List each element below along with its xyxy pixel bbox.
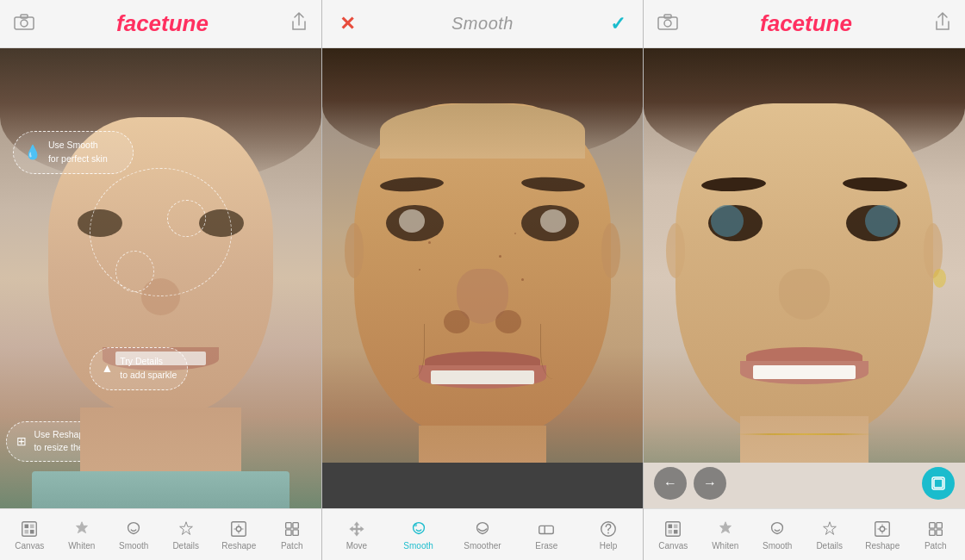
- svg-point-36: [880, 526, 885, 532]
- svg-marker-34: [823, 521, 836, 534]
- tool-smooth-label-middle: Smooth: [403, 541, 433, 551]
- svg-point-19: [414, 523, 417, 526]
- svg-rect-35: [875, 521, 890, 536]
- svg-point-23: [607, 532, 609, 533]
- svg-rect-33: [674, 529, 678, 533]
- tool-canvas-left[interactable]: Canvas: [8, 516, 51, 554]
- svg-rect-7: [30, 529, 34, 533]
- tool-smooth-middle[interactable]: Smooth: [397, 516, 440, 554]
- svg-rect-44: [937, 529, 942, 534]
- tool-patch-label-right: Patch: [925, 541, 947, 551]
- tool-patch-left[interactable]: Patch: [271, 516, 314, 554]
- smooth-title: Smooth: [451, 14, 514, 34]
- tool-reshape-label-right: Reshape: [865, 541, 900, 551]
- tool-whiten-left[interactable]: Whiten: [60, 516, 103, 554]
- right-toolbar: Canvas Whiten Smooth Details Reshape Pat…: [644, 508, 965, 560]
- share-icon-right[interactable]: [934, 11, 951, 36]
- left-panel: facetune: [0, 0, 321, 560]
- svg-rect-26: [664, 15, 671, 18]
- nav-back-button[interactable]: ←: [654, 467, 687, 500]
- tool-smooth-label-left: Smooth: [119, 541, 148, 551]
- svg-rect-30: [669, 524, 673, 528]
- svg-rect-2: [21, 15, 28, 18]
- svg-point-25: [664, 20, 671, 27]
- tool-smoother[interactable]: Smoother: [458, 516, 506, 554]
- middle-header: ✕ Smooth ✓: [322, 0, 643, 48]
- svg-rect-43: [929, 529, 934, 534]
- confirm-button[interactable]: ✓: [610, 13, 626, 35]
- svg-rect-29: [666, 521, 681, 536]
- svg-rect-5: [30, 524, 34, 528]
- svg-rect-17: [285, 529, 290, 534]
- tool-details-label-left: Details: [172, 541, 199, 551]
- smooth-annotation: 💧 Use Smooth for perfect skin: [13, 131, 134, 174]
- tool-erase-label: Erase: [535, 541, 557, 551]
- tool-patch-right[interactable]: Patch: [914, 516, 957, 554]
- svg-rect-31: [674, 524, 678, 528]
- tool-patch-label-left: Patch: [281, 541, 303, 551]
- tool-details-left[interactable]: Details: [165, 516, 208, 554]
- tool-canvas-label-right: Canvas: [658, 541, 688, 551]
- nav-forward-button[interactable]: →: [694, 467, 726, 500]
- svg-rect-3: [22, 521, 37, 536]
- svg-rect-24: [658, 17, 677, 29]
- tool-details-right[interactable]: Details: [808, 516, 851, 554]
- middle-toolbar: Move Smooth Smoother Erase Help: [322, 508, 643, 560]
- left-toolbar: Canvas Whiten Smooth Details Reshape Pat…: [0, 508, 321, 560]
- tool-whiten-label-right: Whiten: [712, 541, 738, 551]
- tool-canvas-right[interactable]: Canvas: [651, 516, 694, 554]
- svg-rect-6: [25, 529, 29, 533]
- tool-smooth-label-right: Smooth: [763, 541, 792, 551]
- cancel-button[interactable]: ✕: [339, 13, 355, 35]
- camera-icon-left[interactable]: [14, 13, 34, 34]
- layers-button[interactable]: [922, 467, 955, 500]
- svg-rect-20: [539, 526, 554, 533]
- tool-reshape-right[interactable]: Reshape: [860, 516, 905, 554]
- nav-arrows: ← →: [654, 467, 726, 500]
- svg-rect-9: [232, 521, 246, 536]
- svg-rect-16: [293, 522, 298, 527]
- tool-reshape-label-left: Reshape: [221, 541, 256, 551]
- left-header: facetune: [0, 0, 321, 48]
- right-photo: ← →: [644, 48, 965, 508]
- tool-whiten-right[interactable]: Whiten: [704, 516, 747, 554]
- middle-panel: ✕ Smooth ✓: [321, 0, 644, 560]
- svg-rect-0: [15, 17, 34, 29]
- share-icon-left[interactable]: [290, 11, 308, 36]
- tool-help[interactable]: Help: [587, 516, 630, 554]
- svg-rect-32: [669, 529, 673, 533]
- svg-point-10: [236, 526, 241, 532]
- middle-photo[interactable]: [322, 48, 643, 508]
- tool-help-label: Help: [600, 541, 618, 551]
- right-header: facetune: [644, 0, 965, 48]
- right-panel: facetune: [644, 0, 965, 560]
- details-annotation: ▲ Try Details to add sparkle: [90, 347, 188, 390]
- svg-rect-15: [285, 522, 290, 527]
- svg-rect-41: [929, 522, 934, 527]
- tool-smooth-right[interactable]: Smooth: [756, 516, 799, 554]
- tool-move-label: Move: [346, 541, 367, 551]
- camera-icon-right[interactable]: [657, 13, 678, 34]
- svg-rect-18: [293, 529, 298, 534]
- svg-rect-42: [937, 522, 942, 527]
- tool-move[interactable]: Move: [335, 516, 378, 554]
- tool-whiten-label-left: Whiten: [68, 541, 95, 551]
- svg-marker-8: [179, 521, 192, 534]
- tool-smoother-label: Smoother: [464, 541, 501, 551]
- svg-point-1: [21, 20, 28, 27]
- tool-smooth-left[interactable]: Smooth: [112, 516, 155, 554]
- tool-details-label-right: Details: [816, 541, 843, 551]
- logo-right: facetune: [760, 10, 852, 37]
- svg-rect-4: [25, 524, 29, 528]
- left-photo: 💧 Use Smooth for perfect skin ▲ Try Deta…: [0, 48, 321, 508]
- logo-left: facetune: [116, 10, 209, 37]
- tool-canvas-label-left: Canvas: [15, 541, 44, 551]
- tool-erase[interactable]: Erase: [525, 516, 568, 554]
- svg-rect-28: [934, 479, 943, 488]
- tool-reshape-left[interactable]: Reshape: [216, 516, 261, 554]
